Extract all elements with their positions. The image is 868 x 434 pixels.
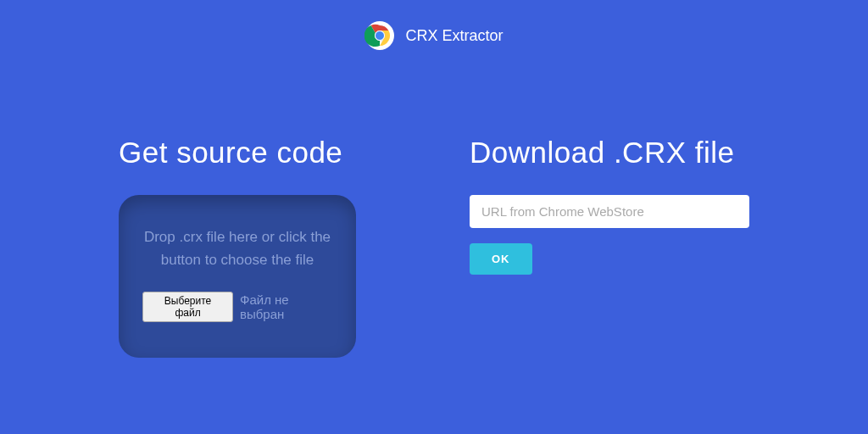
- get-source-title: Get source code: [119, 136, 385, 170]
- logo-icon: [364, 20, 395, 51]
- ok-button[interactable]: OK: [470, 243, 532, 275]
- file-status-text: Файл не выбран: [240, 292, 332, 321]
- file-dropzone[interactable]: Drop .crx file here or click the button …: [119, 195, 356, 358]
- url-input[interactable]: [470, 195, 749, 228]
- choose-file-button[interactable]: Выберите файл: [142, 292, 233, 322]
- left-column: Get source code Drop .crx file here or c…: [119, 136, 385, 358]
- download-crx-title: Download .CRX file: [470, 136, 749, 170]
- right-column: Download .CRX file OK: [470, 136, 749, 358]
- main-content: Get source code Drop .crx file here or c…: [0, 51, 868, 358]
- app-title: CRX Extractor: [405, 27, 503, 45]
- dropzone-instructions: Drop .crx file here or click the button …: [142, 225, 332, 271]
- file-picker: Выберите файл Файл не выбран: [142, 292, 332, 322]
- header: CRX Extractor: [0, 0, 868, 51]
